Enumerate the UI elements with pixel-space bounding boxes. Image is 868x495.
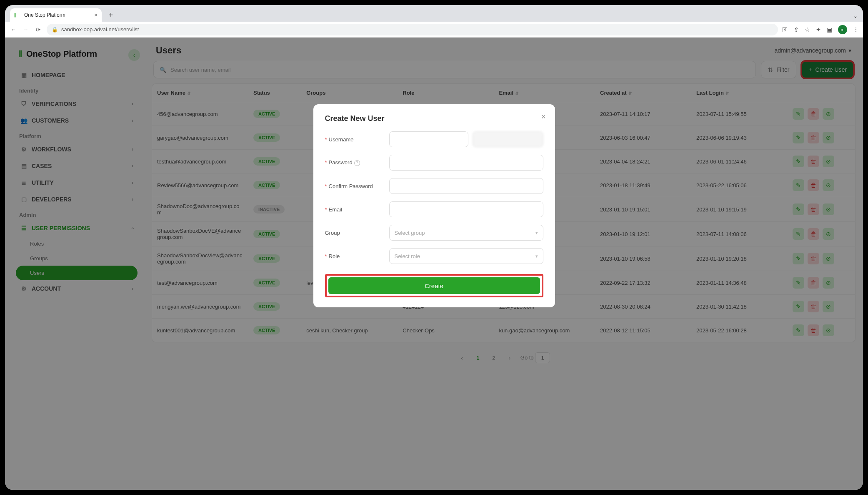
tab-title: One Stop Platform (24, 12, 91, 18)
extension-icon[interactable]: ✦ (816, 26, 821, 33)
key-icon[interactable]: ⚿ (782, 26, 788, 33)
modal-close-icon[interactable]: × (541, 113, 546, 121)
email-label: *Email (325, 206, 383, 213)
username-input[interactable] (389, 131, 468, 147)
favicon-icon: ⦀ (14, 12, 21, 18)
browser-toolbar: ← → ⟳ 🔒 sandbox-oop.advai.net/users/list… (5, 22, 863, 38)
create-submit-button[interactable]: Create (328, 277, 540, 294)
username-label: *Username (325, 136, 383, 143)
confirm-password-input[interactable] (389, 178, 543, 194)
panels-icon[interactable]: ▣ (827, 26, 832, 33)
group-label: Group (325, 230, 383, 236)
new-tab-button[interactable]: + (105, 9, 117, 21)
group-select[interactable]: Select group ▾ (389, 225, 543, 241)
star-icon[interactable]: ☆ (805, 26, 810, 33)
browser-tabstrip: ⦀ One Stop Platform × + ⌄ (5, 5, 863, 22)
info-icon: ? (354, 160, 360, 166)
confirm-password-label: *Confirm Password (325, 183, 383, 189)
modal-overlay: Create New User × *Username *Password? (5, 38, 863, 490)
role-label: *Role (325, 253, 383, 259)
nav-reload-icon[interactable]: ⟳ (34, 26, 43, 33)
url-text: sandbox-oop.advai.net/users/list (61, 26, 139, 33)
create-user-modal: Create New User × *Username *Password? (313, 104, 555, 307)
tab-close-icon[interactable]: × (94, 12, 98, 18)
username-domain-suffix (473, 131, 543, 147)
role-select[interactable]: Select role ▾ (389, 248, 543, 264)
password-label: *Password? (325, 159, 383, 166)
nav-back-icon[interactable]: ← (9, 26, 18, 33)
chevron-down-icon: ▾ (535, 230, 538, 236)
kebab-icon[interactable]: ⋮ (853, 26, 859, 33)
email-input[interactable] (389, 201, 543, 217)
password-input[interactable] (389, 155, 543, 171)
browser-tab[interactable]: ⦀ One Stop Platform × (10, 8, 102, 22)
share-icon[interactable]: ⇪ (794, 26, 799, 33)
nav-fwd-icon[interactable]: → (22, 26, 30, 33)
profile-avatar[interactable]: m (838, 25, 847, 34)
modal-title: Create New User (325, 114, 543, 123)
lock-icon: 🔒 (52, 27, 58, 33)
address-bar[interactable]: 🔒 sandbox-oop.advai.net/users/list (47, 24, 778, 35)
window-expand-icon[interactable]: ⌄ (853, 13, 858, 19)
chevron-down-icon: ▾ (535, 254, 538, 259)
